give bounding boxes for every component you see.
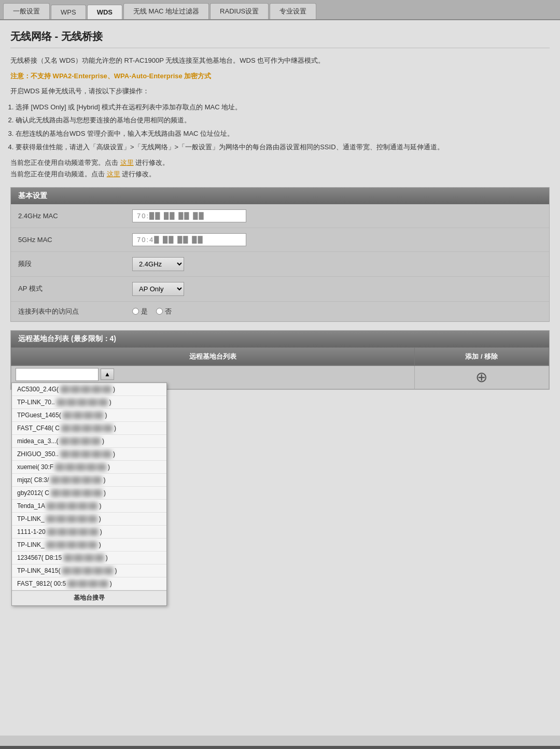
step-1: 选择 [WDS Only] 或 [Hybrid] 模式并在远程列表中添加存取点的… [16, 102, 550, 113]
value-freq: 2.4GHz 5GHz [125, 251, 549, 276]
settings-table: 2.4GHz MAC 5GHz MAC 频段 2.4GHz 5GHz [11, 204, 549, 321]
link-bandwidth[interactable]: 这里 [120, 159, 134, 166]
scan-input-row: ▲ [16, 368, 410, 381]
remote-table: 远程基地台列表 添加 / 移除 ▲ AC5300_2.4G( ██ ██ ██ [11, 347, 549, 389]
radio-yes-label[interactable]: 是 [132, 307, 148, 316]
scan-button[interactable]: ▲ [101, 369, 114, 380]
dropdown-item-0[interactable]: AC5300_2.4G( ██ ██ ██ ██ ██ ) [12, 383, 166, 396]
dropdown-item-15[interactable]: FAST_9812( 00:5 ██ ██ ██ ██ ) [12, 577, 166, 590]
dropdown-item-4[interactable]: midea_ca_3...( ██ ██ ██ ██ ) [12, 435, 166, 448]
basic-settings-header: 基本设置 [11, 188, 549, 204]
step-4: 要获得最佳性能，请进入「高级设置」>「无线网络」>「一般设置」为网络中的每台路由… [16, 142, 550, 153]
step-2: 确认此无线路由器与您想要连接的基地台使用相同的频道。 [16, 115, 550, 126]
select-ap-mode[interactable]: AP Only WDS Only Hybrid [132, 282, 184, 296]
dropdown-item-9[interactable]: Tenda_1A ██ ██ ██ ██ ██ ) [12, 500, 166, 513]
tab-wps[interactable]: WPS [51, 5, 86, 19]
input-5ghz-mac[interactable] [132, 233, 246, 246]
dropdown-item-search[interactable]: 基地台搜寻 [12, 590, 166, 605]
radio-group-access-point: 是 否 [132, 307, 542, 316]
label-ap-mode: AP 模式 [11, 276, 125, 301]
dropdown-item-13[interactable]: 1234567( D8:15 ██ ██ ██ ██ ) [12, 552, 166, 564]
tab-bar: 一般设置 WPS WDS 无线 MAC 地址过滤器 RADIUS设置 专业设置 [0, 0, 560, 20]
value-ap-mode: AP Only WDS Only Hybrid [125, 276, 549, 301]
link-line-2: 当前您正在使用自动频道。点击 这里 进行修改。 [10, 169, 550, 179]
dropdown-item-7[interactable]: mjqz( C8:3/ ██ ██ ██ ██ ██ ) [12, 474, 166, 487]
value-5ghz-mac [125, 228, 549, 251]
page-title: 无线网络 - 无线桥接 [10, 30, 550, 48]
input-24ghz-mac[interactable] [132, 209, 246, 222]
remote-section-header: 远程基地台列表 (最多限制：4) [11, 331, 549, 347]
dropdown-item-14[interactable]: TP-LINK_8415( ██ ██ ██ ██ ██ ) [12, 564, 166, 577]
main-content: 无线网络 - 无线桥接 无线桥接（又名 WDS）功能允许您的 RT-AC1900… [0, 20, 560, 736]
select-freq[interactable]: 2.4GHz 5GHz [132, 257, 184, 271]
radio-no-label[interactable]: 否 [156, 307, 172, 316]
row-24ghz-mac: 2.4GHz MAC [11, 204, 549, 228]
steps-list: 选择 [WDS Only] 或 [Hybrid] 模式并在远程列表中添加存取点的… [10, 102, 550, 153]
dropdown-item-6[interactable]: xuemei( 30:F ██ ██ ██ ██ ██ ) [12, 461, 166, 474]
dropdown-item-2[interactable]: TPGuest_1465( ██ ██ ██ ██ ) [12, 409, 166, 422]
dropdown-item-12[interactable]: TP-LINK_ ██ ██ ██ ██ ██ ) [12, 539, 166, 552]
remote-list-cell: ▲ AC5300_2.4G( ██ ██ ██ ██ ██ ) TP-LINK_… [11, 365, 415, 389]
label-24ghz-mac: 2.4GHz MAC [11, 204, 125, 228]
dropdown-item-11[interactable]: 1111-1-20 ██ ██ ██ ██ ██ ) [12, 526, 166, 539]
tab-mac-filter[interactable]: 无线 MAC 地址过滤器 [123, 3, 209, 19]
row-access-point: 连接列表中的访问点 是 否 [11, 301, 549, 321]
dropdown-list[interactable]: AC5300_2.4G( ██ ██ ██ ██ ██ ) TP-LINK_70… [11, 383, 167, 606]
label-5ghz-mac: 5GHz MAC [11, 228, 125, 251]
dropdown-item-10[interactable]: TP-LINK_ ██ ██ ██ ██ ██ ) [12, 513, 166, 526]
link-channel[interactable]: 这里 [107, 170, 120, 178]
step-3: 在想连线的基地台WDS 管理介面中，输入本无线路由器 MAC 位址位址。 [16, 129, 550, 139]
value-access-point: 是 否 [125, 301, 549, 321]
row-ap-mode: AP 模式 AP Only WDS Only Hybrid [11, 276, 549, 301]
col-remote-list: 远程基地台列表 [11, 347, 415, 365]
warning-text: 注意：不支持 WPA2-Enterprise、WPA-Auto-Enterpri… [10, 72, 550, 81]
tab-advanced[interactable]: 专业设置 [270, 3, 316, 19]
footer: ? 帮助 & 支持 使用手册 | 应用程 FAQ 🔍 [0, 746, 560, 749]
remote-row: ▲ AC5300_2.4G( ██ ██ ██ ██ ██ ) TP-LINK_… [11, 365, 549, 389]
dropdown-item-1[interactable]: TP-LINK_70.. ██ ██ ██ ██ ██ ) [12, 396, 166, 409]
remote-section: 远程基地台列表 (最多限制：4) 远程基地台列表 添加 / 移除 ▲ [10, 330, 550, 390]
basic-settings-section: 基本设置 2.4GHz MAC 5GHz MAC 频段 2.4GHz [10, 187, 550, 322]
col-add-remove: 添加 / 移除 [414, 347, 549, 365]
add-remote-button[interactable]: ⊕ [419, 370, 544, 385]
radio-no[interactable] [156, 308, 163, 315]
add-remove-cell: ⊕ [414, 365, 549, 389]
row-freq: 频段 2.4GHz 5GHz [11, 251, 549, 276]
instruction-prefix: 开启WDS 延伸无线讯号，请按以下步骤操作： [10, 86, 550, 97]
scan-input[interactable] [16, 368, 99, 381]
tab-general[interactable]: 一般设置 [3, 3, 50, 19]
link-line-1: 当前您正在使用自动频道带宽。点击 这里 进行修改。 [10, 158, 550, 167]
label-access-point: 连接列表中的访问点 [11, 301, 125, 321]
row-5ghz-mac: 5GHz MAC [11, 228, 549, 251]
dropdown-item-5[interactable]: ZHIGUO_350.. ██ ██ ██ ██ ██ ) [12, 448, 166, 461]
page-description: 无线桥接（又名 WDS）功能允许您的 RT-AC1900P 无线连接至其他基地台… [10, 55, 550, 66]
dropdown-item-8[interactable]: gby2012( C ██ ██ ██ ██ ██ ) [12, 487, 166, 500]
radio-yes[interactable] [132, 308, 139, 315]
label-freq: 频段 [11, 251, 125, 276]
value-24ghz-mac [125, 204, 549, 228]
dropdown-item-3[interactable]: FAST_CF48( C ██ ██ ██ ██ ██ ) [12, 422, 166, 435]
tab-wds[interactable]: WDS [87, 5, 122, 19]
tab-radius[interactable]: RADIUS设置 [210, 3, 269, 19]
